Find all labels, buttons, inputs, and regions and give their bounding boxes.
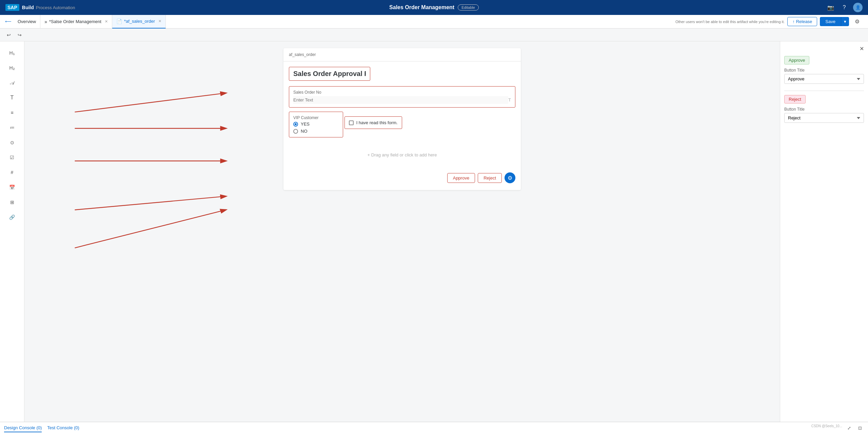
- module-name: Process Automation: [36, 5, 75, 10]
- gear-icon: ⚙: [508, 175, 512, 181]
- h2-tool[interactable]: H₂: [5, 62, 20, 74]
- vip-customer-field: VIP Customer YES NO: [289, 112, 343, 137]
- h2-icon: H₂: [9, 65, 15, 71]
- approve-badge: Approve: [784, 56, 809, 64]
- reject-select-container: Approve Reject Custom: [784, 113, 864, 123]
- link-tool[interactable]: 🔗: [5, 211, 20, 223]
- help-icon[interactable]: ?: [840, 3, 849, 12]
- drop-zone[interactable]: + Drag any field or click to add here: [289, 146, 515, 164]
- tab-doc-icon: 📄: [116, 19, 122, 24]
- number-tool[interactable]: #: [5, 166, 20, 178]
- canvas-area: af_sales_order Sales Order No T VIP Cust…: [24, 41, 780, 422]
- vip-customer-radio-group: YES NO: [293, 121, 339, 134]
- tab-af-sales-order[interactable]: 📄 *af_sales_order ✕: [112, 15, 166, 29]
- release-button[interactable]: ↑ Release: [787, 17, 817, 26]
- tab-af-sales-order-label: *af_sales_order: [124, 19, 155, 24]
- list-tool[interactable]: ≡: [5, 107, 20, 119]
- close-icon: ✕: [860, 46, 864, 52]
- date-tool[interactable]: 📅: [5, 181, 20, 193]
- user-avatar[interactable]: 👤: [853, 3, 863, 12]
- sap-logo-box: SAP: [5, 4, 19, 11]
- tab-overview[interactable]: Overview: [14, 15, 40, 29]
- sales-order-no-input-row: T: [293, 96, 511, 104]
- approve-select-container: Approve Reject Custom: [784, 74, 864, 84]
- form-artifact-name: af_sales_order: [283, 48, 521, 61]
- sales-order-no-label: Sales Order No: [293, 90, 511, 95]
- form-title-container: [283, 61, 521, 86]
- radio-yes[interactable]: YES: [293, 121, 339, 127]
- form-settings-button[interactable]: ⚙: [505, 172, 515, 183]
- read-form-field: I have read this form.: [344, 116, 402, 129]
- form-reject-button[interactable]: Reject: [478, 173, 502, 183]
- checkbox-tool[interactable]: ☑: [5, 151, 20, 164]
- bottom-bar-right: CSDN @Seels_10... ⤢ ⊡: [811, 424, 864, 432]
- table-icon: ⊞: [10, 200, 14, 205]
- right-panel-approve-section: Approve Button Title Approve Reject Cust…: [784, 56, 864, 84]
- edit-hint: Other users won't be able to edit this a…: [675, 20, 785, 24]
- save-dropdown-button[interactable]: ▾: [841, 17, 849, 26]
- date-icon: 📅: [9, 185, 15, 190]
- header-right: 📷 ? 👤: [826, 3, 863, 12]
- left-toolbar: H₁ H₂ 𝒜 T ≡ ≔ ⊙ ☑ # 📅 ⊞ 🔗: [0, 41, 24, 422]
- grid-icon[interactable]: ⊡: [856, 424, 864, 432]
- editable-badge: Editable: [458, 4, 479, 11]
- radio-yes-label: YES: [301, 121, 310, 127]
- list-icon: ≡: [11, 110, 13, 115]
- save-btn-group: Save ▾: [820, 17, 849, 26]
- tab-sales-order-mgmt[interactable]: » *Salse Order Management ✕: [40, 15, 112, 29]
- sales-order-no-input[interactable]: [293, 96, 508, 104]
- test-console-tab[interactable]: Test Console (0): [47, 424, 79, 432]
- text-tool[interactable]: T: [5, 92, 20, 104]
- checkbox-icon: ☑: [10, 155, 14, 160]
- tab-sales-order-mgmt-close[interactable]: ✕: [105, 19, 108, 24]
- top-header: SAP Build Process Automation Sales Order…: [0, 0, 868, 15]
- tab-arrow-icon: »: [44, 19, 47, 24]
- approve-title-select[interactable]: Approve Reject Custom: [784, 74, 864, 84]
- design-console-tab[interactable]: Design Console (0): [4, 424, 42, 432]
- right-panel-close-button[interactable]: ✕: [860, 45, 864, 52]
- tab-bar-right: Other users won't be able to edit this a…: [675, 16, 865, 27]
- tab-af-sales-order-close[interactable]: ✕: [158, 19, 161, 23]
- form-fields: Sales Order No T VIP Customer YES: [283, 86, 521, 141]
- radio-no[interactable]: NO: [293, 129, 339, 134]
- form-title-input[interactable]: [289, 67, 370, 81]
- expand-icon[interactable]: ⤢: [845, 424, 853, 432]
- right-panel: ✕ Approve Button Title Approve Reject Cu…: [780, 41, 868, 422]
- redo-button[interactable]: ↪: [15, 30, 24, 40]
- release-label: Release: [796, 19, 812, 24]
- ordered-list-icon: ≔: [10, 125, 15, 130]
- tab-overview-label: Overview: [18, 19, 36, 24]
- form-approve-button[interactable]: Approve: [447, 173, 475, 183]
- radio-no-circle: [293, 129, 298, 134]
- action-bar: ↩ ↪: [0, 29, 868, 41]
- tab-sales-order-mgmt-label: *Salse Order Management: [49, 19, 101, 24]
- save-button[interactable]: Save: [820, 17, 841, 26]
- reject-field-label: Button Title: [784, 107, 864, 112]
- number-icon: #: [11, 170, 14, 175]
- radio-no-label: NO: [301, 129, 308, 134]
- read-form-checkbox[interactable]: [349, 120, 354, 125]
- text-style-tool[interactable]: 𝒜: [5, 77, 20, 89]
- h1-tool[interactable]: H₁: [5, 47, 20, 59]
- vip-customer-label: VIP Customer: [293, 115, 339, 120]
- reject-title-select[interactable]: Approve Reject Custom: [784, 113, 864, 123]
- form-actions: Approve Reject ⚙: [283, 168, 521, 183]
- camera-icon[interactable]: 📷: [826, 3, 835, 12]
- svg-line-0: [75, 93, 226, 112]
- radio-tool[interactable]: ⊙: [5, 136, 20, 149]
- read-form-checkbox-item[interactable]: I have read this form.: [349, 120, 398, 125]
- page-settings-button[interactable]: ⚙: [852, 16, 863, 27]
- reject-badge: Reject: [784, 95, 806, 103]
- main-layout: H₁ H₂ 𝒜 T ≡ ≔ ⊙ ☑ # 📅 ⊞ 🔗: [0, 41, 868, 422]
- radio-yes-circle: [293, 122, 298, 127]
- product-name: Build: [22, 5, 34, 10]
- ordered-list-tool[interactable]: ≔: [5, 121, 20, 134]
- svg-line-4: [75, 210, 226, 248]
- form-card: af_sales_order Sales Order No T VIP Cust…: [283, 48, 521, 190]
- h1-icon: H₁: [9, 50, 15, 56]
- table-tool[interactable]: ⊞: [5, 196, 20, 208]
- undo-button[interactable]: ↩: [4, 30, 14, 40]
- tab-nav-left[interactable]: ⟵: [3, 16, 14, 27]
- radio-icon: ⊙: [10, 140, 14, 145]
- text-cursor-icon: T: [508, 97, 511, 102]
